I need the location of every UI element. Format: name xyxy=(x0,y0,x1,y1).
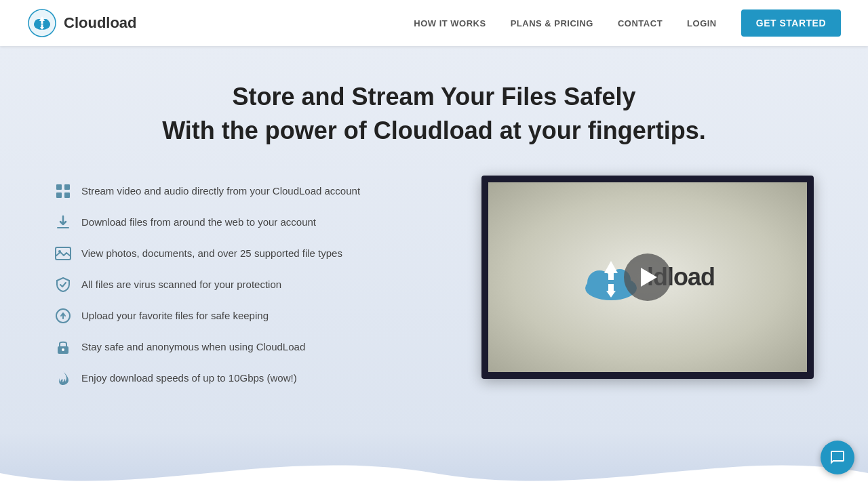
upload-circle-icon xyxy=(54,307,72,325)
lock-icon xyxy=(54,338,72,356)
logo[interactable]: Cloudload xyxy=(27,8,137,38)
nav-contact[interactable]: CONTACT xyxy=(618,18,663,28)
wave-divider xyxy=(0,432,868,488)
navbar: Cloudload HOW IT WORKS PLANS & PRICING C… xyxy=(0,0,868,46)
image-icon xyxy=(54,245,72,262)
svg-point-17 xyxy=(62,348,64,351)
video-inner: ldload xyxy=(488,182,807,372)
feature-virus: All files are virus scanned for your pro… xyxy=(54,276,441,293)
download-icon xyxy=(54,214,72,231)
feature-stream-text: Stream video and audio directly from you… xyxy=(81,185,360,197)
svg-rect-7 xyxy=(41,24,43,27)
cloudload-logo-icon xyxy=(27,8,57,38)
feature-speed-text: Enjoy download speeds of up to 10Gbps (w… xyxy=(81,372,297,384)
svg-rect-8 xyxy=(56,184,62,190)
svg-rect-10 xyxy=(56,192,62,198)
feature-download: Download files from around the web to yo… xyxy=(54,214,441,231)
shield-icon xyxy=(54,276,72,293)
svg-rect-5 xyxy=(41,21,43,24)
hero-title-line1: Store and Stream Your Files Safely xyxy=(233,83,636,110)
feature-upload: Upload your favorite files for safe keep… xyxy=(54,307,441,325)
svg-marker-21 xyxy=(604,261,618,273)
get-started-button[interactable]: GET STARTED xyxy=(741,9,841,37)
nav-plans-pricing[interactable]: PLANS & PRICING xyxy=(511,18,593,28)
features-list: Stream video and audio directly from you… xyxy=(54,176,441,387)
feature-virus-text: All files are virus scanned for your pro… xyxy=(81,279,281,290)
nav-how-it-works[interactable]: HOW IT WORKS xyxy=(414,18,486,28)
chat-icon xyxy=(829,449,846,466)
svg-rect-9 xyxy=(64,184,70,190)
hero-title-line2: With the power of Cloudload at your fing… xyxy=(162,117,706,144)
feature-upload-text: Upload your favorite files for safe keep… xyxy=(81,310,269,321)
feature-photos-text: View photos, documents, and over 25 supp… xyxy=(81,247,342,259)
feature-speed: Enjoy download speeds of up to 10Gbps (w… xyxy=(54,369,441,387)
feature-download-text: Download files from around the web to yo… xyxy=(81,216,316,228)
svg-rect-24 xyxy=(608,284,614,291)
hero-content: Stream video and audio directly from you… xyxy=(54,176,814,414)
feature-anonymous: Stay safe and anonymous when using Cloud… xyxy=(54,338,441,356)
chat-button[interactable] xyxy=(821,441,854,474)
svg-rect-11 xyxy=(64,192,70,198)
fire-icon xyxy=(54,369,72,387)
grid-icon xyxy=(54,182,72,200)
logo-text: Cloudload xyxy=(64,14,137,32)
play-button[interactable] xyxy=(624,253,671,301)
nav-links: HOW IT WORKS PLANS & PRICING CONTACT LOG… xyxy=(414,9,841,37)
feature-anonymous-text: Stay safe and anonymous when using Cloud… xyxy=(81,341,305,352)
svg-rect-22 xyxy=(608,273,614,280)
video-container[interactable]: ldload xyxy=(481,176,814,379)
hero-section: Store and Stream Your Files Safely With … xyxy=(0,46,868,432)
svg-rect-12 xyxy=(57,227,69,228)
feature-stream: Stream video and audio directly from you… xyxy=(54,182,441,200)
nav-login[interactable]: LOGIN xyxy=(687,18,717,28)
feature-photos: View photos, documents, and over 25 supp… xyxy=(54,245,441,262)
video-frame: ldload xyxy=(481,176,814,379)
hero-title: Store and Stream Your Files Safely With … xyxy=(54,80,814,148)
